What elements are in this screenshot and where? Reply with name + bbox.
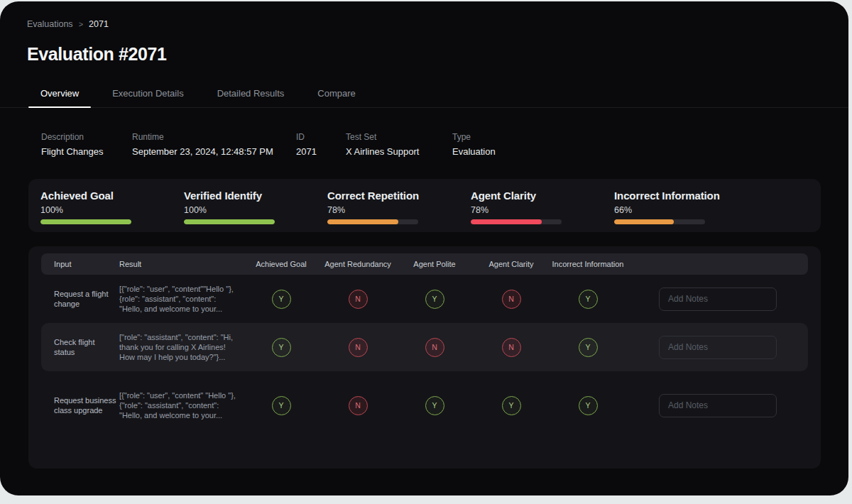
meta-test-set: Test Set X Airlines Support <box>346 132 452 157</box>
column-header-agent-redundancy: Agent Redundancy <box>320 260 396 268</box>
metric-percent: 78% <box>327 205 471 215</box>
column-header-achieved-goal: Achieved Goal <box>243 260 320 268</box>
verdict-badge[interactable]: N <box>502 338 521 357</box>
meta-label: Runtime <box>132 132 296 142</box>
metric-name: Verified Identify <box>184 190 327 202</box>
verdict-badge[interactable]: Y <box>272 396 291 415</box>
meta-label: Test Set <box>346 132 452 142</box>
metric-percent: 78% <box>471 205 614 215</box>
meta-runtime: Runtime September 23, 2024, 12:48:57 PM <box>132 132 296 157</box>
metric-achieved-goal: Achieved Goal 100% <box>40 190 184 232</box>
column-header-agent-clarity: Agent Clarity <box>473 260 550 268</box>
table-row[interactable]: Check flight status ["role": "assistant"… <box>41 323 808 371</box>
metric-verified-identify: Verified Identify 100% <box>184 190 327 232</box>
page-title: Evaluation #2071 <box>27 44 166 65</box>
verdict-badge[interactable]: Y <box>579 290 598 309</box>
progress-bar <box>327 219 418 224</box>
verdict-badge[interactable]: Y <box>425 290 444 309</box>
tab-compare[interactable]: Compare <box>305 80 367 107</box>
row-input-cell: Request business class upgrade <box>41 395 119 415</box>
metric-name: Agent Clarity <box>471 190 614 202</box>
row-input-cell: Request a flight change <box>41 289 119 309</box>
metric-agent-clarity: Agent Clarity 78% <box>471 190 614 232</box>
notes-cell <box>659 336 777 359</box>
meta-value: Evaluation <box>452 146 496 157</box>
tab-detailed-results[interactable]: Detailed Results <box>205 80 297 107</box>
column-header-incorrect-information: Incorrect Information <box>550 260 626 268</box>
tab-overview[interactable]: Overview <box>28 80 91 107</box>
meta-id: ID 2071 <box>296 132 346 157</box>
row-result-cell: [{"role": "user", "content""Hello "}, {r… <box>119 284 243 314</box>
metric-incorrect-information: Incorrect Information 66% <box>614 190 758 232</box>
meta-value: September 23, 2024, 12:48:57 PM <box>132 146 296 157</box>
app-window: Evaluations > 2071 Evaluation #2071 Over… <box>0 1 848 495</box>
verdict-badge[interactable]: Y <box>579 396 598 415</box>
verdict-badge[interactable]: Y <box>579 338 598 357</box>
meta-label: Description <box>41 132 132 142</box>
metadata-row: Description Flight Changes Runtime Septe… <box>41 132 496 157</box>
row-input-cell: Check flight status <box>41 337 119 357</box>
metric-name: Incorrect Information <box>614 190 758 202</box>
verdict-badge[interactable]: N <box>502 290 521 309</box>
progress-bar <box>184 219 275 224</box>
results-table: Input Result Achieved Goal Agent Redunda… <box>28 246 821 469</box>
row-result-cell: [{"role": "user", "content" "Hello "}, {… <box>119 390 243 420</box>
add-notes-input[interactable] <box>659 394 777 417</box>
notes-cell <box>659 394 777 417</box>
progress-bar <box>614 219 705 224</box>
metric-correct-repetition: Correct Repetition 78% <box>327 190 471 232</box>
progress-bar <box>40 219 131 224</box>
notes-cell <box>659 287 777 311</box>
column-header-input: Input <box>41 260 119 268</box>
meta-label: ID <box>296 132 346 142</box>
row-result-cell: ["role": "assistant", "content": "Hi, th… <box>119 332 243 362</box>
tab-bar: Overview Execution Details Detailed Resu… <box>0 80 848 108</box>
metric-name: Achieved Goal <box>40 190 184 202</box>
metric-name: Correct Repetition <box>327 190 471 202</box>
breadcrumb: Evaluations > 2071 <box>27 19 109 29</box>
metric-percent: 100% <box>40 205 184 215</box>
meta-description: Description Flight Changes <box>41 132 132 157</box>
verdict-badge[interactable]: N <box>349 338 368 357</box>
breadcrumb-separator-icon: > <box>79 20 83 28</box>
verdict-badge[interactable]: N <box>349 290 368 309</box>
breadcrumb-evaluations[interactable]: Evaluations <box>27 19 73 29</box>
verdict-badge[interactable]: Y <box>502 396 521 415</box>
progress-bar <box>471 219 562 224</box>
verdict-badge[interactable]: Y <box>272 338 291 357</box>
metrics-panel: Achieved Goal 100% Verified Identify 100… <box>28 179 821 232</box>
metric-percent: 100% <box>184 205 327 215</box>
table-row[interactable]: Request a flight change [{"role": "user"… <box>41 275 808 323</box>
tab-execution-details[interactable]: Execution Details <box>100 80 195 107</box>
meta-type: Type Evaluation <box>452 132 496 157</box>
table-header: Input Result Achieved Goal Agent Redunda… <box>41 253 808 275</box>
metric-percent: 66% <box>614 205 758 215</box>
verdict-badge[interactable]: N <box>425 338 444 357</box>
verdict-badge[interactable]: N <box>349 396 368 415</box>
verdict-badge[interactable]: Y <box>272 290 291 309</box>
meta-label: Type <box>452 132 496 142</box>
breadcrumb-current: 2071 <box>89 19 109 29</box>
add-notes-input[interactable] <box>659 287 777 311</box>
verdict-badge[interactable]: Y <box>425 396 444 415</box>
column-header-result: Result <box>119 260 243 268</box>
column-header-agent-polite: Agent Polite <box>396 260 473 268</box>
meta-value: 2071 <box>296 146 346 157</box>
table-row[interactable]: Request business class upgrade [{"role":… <box>41 381 808 429</box>
add-notes-input[interactable] <box>659 336 777 359</box>
meta-value: X Airlines Support <box>346 146 452 157</box>
meta-value: Flight Changes <box>41 146 132 157</box>
